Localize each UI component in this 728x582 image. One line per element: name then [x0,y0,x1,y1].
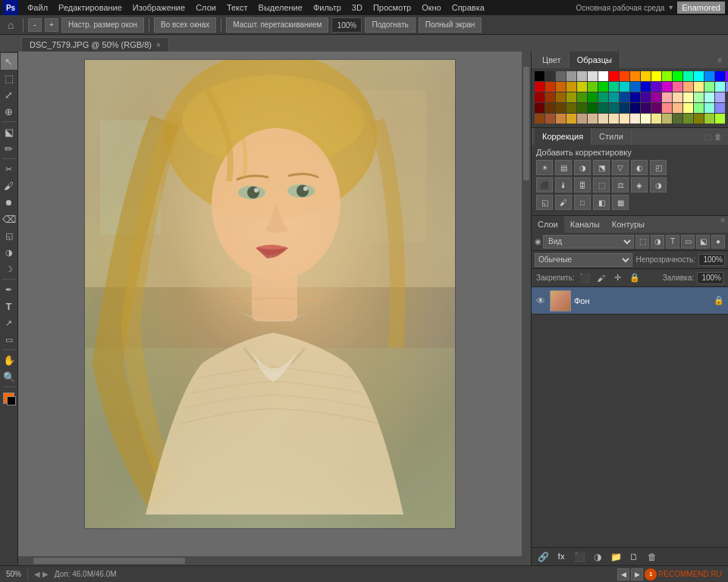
swatch[interactable] [651,103,661,113]
document-canvas[interactable] [84,59,456,529]
delete-layer-btn[interactable]: 🗑 [644,550,661,564]
eraser-tool[interactable]: ⌫ [1,211,17,227]
swatch[interactable] [704,71,714,81]
swatch[interactable] [694,103,704,113]
swatch[interactable] [704,103,714,113]
all-windows-btn[interactable]: Во всех окнах [154,17,216,33]
prev-btn[interactable]: ◀ [617,568,629,580]
channelmix-correction[interactable]: 🎛 [574,177,591,192]
tab-close-btn[interactable]: × [156,41,161,49]
pattern-fill-correction[interactable]: ▦ [612,195,629,210]
rect-shape-tool[interactable]: ▭ [1,331,17,348]
layer-filter-toggle[interactable]: ● [711,235,725,249]
swatch[interactable] [566,103,576,113]
tab-color[interactable]: Цвет [535,52,570,68]
posterize-correction[interactable]: ◈ [631,177,648,192]
swatch[interactable] [598,92,608,102]
menu-help[interactable]: Справка [447,0,489,15]
type-tool[interactable]: T [1,298,17,314]
tab-layers[interactable]: Слои [532,216,564,233]
menu-3d[interactable]: 3D [347,0,367,15]
scrubby-zoom-btn[interactable]: Масшт. перетаскиванием [226,17,328,33]
healing-brush-tool[interactable]: ✂ [1,161,17,177]
brightness-correction[interactable]: ☀ [536,160,553,175]
swatch[interactable] [598,82,608,92]
brush-tool[interactable]: 🖌 [1,177,17,194]
fit-btn[interactable]: Подогнать [365,17,415,33]
swatch[interactable] [630,71,640,81]
layer-link-btn[interactable]: 🔗 [535,550,551,564]
menu-text[interactable]: Текст [222,0,253,15]
stamp-tool[interactable]: ⏺ [1,194,17,211]
swatch[interactable] [673,114,682,124]
corrections-icon2[interactable]: 🗑 [714,133,722,141]
lock-image-btn[interactable]: 🖌 [595,271,608,285]
swatch[interactable] [556,103,566,113]
tab-corrections[interactable]: Коррекция [535,128,592,145]
quick-select-tool[interactable]: ⊕ [1,103,17,120]
swatch-brown[interactable] [535,114,544,124]
zoom-percent[interactable]: 100% [331,17,362,33]
swatch[interactable] [715,92,725,102]
home-icon[interactable]: ⌂ [3,17,18,33]
swatch-blue[interactable] [715,71,725,81]
swatch[interactable] [694,82,704,92]
menu-window[interactable]: Окно [417,0,446,15]
swatch[interactable] [620,103,629,113]
swatch[interactable] [620,92,629,102]
swatch[interactable] [662,114,672,124]
corrections-icon1[interactable]: ⬚ [704,133,711,141]
swatch[interactable] [598,114,608,124]
layer-filter-shape[interactable]: ▭ [681,235,695,249]
swatch[interactable] [556,92,566,102]
tab-swatches[interactable]: Образцы [570,52,620,68]
background-color[interactable] [7,396,16,405]
photofilt-correction[interactable]: 🌡 [555,177,572,192]
layer-fx-btn[interactable]: fx [553,550,570,564]
swatch[interactable] [556,71,566,81]
lock-all-btn[interactable]: 🔒 [628,271,642,285]
swatch[interactable] [630,114,640,124]
swatch[interactable] [577,114,587,124]
crop-tool[interactable]: ⬕ [1,124,17,140]
lock-transparent-btn[interactable]: ⬛ [578,271,592,285]
blend-mode-select[interactable]: Обычные [535,253,632,267]
swatch[interactable] [683,71,693,81]
layer-group-btn[interactable]: 📁 [607,550,624,564]
invert-correction[interactable]: ⚖ [612,177,629,192]
swatch[interactable] [620,82,629,92]
fit-size-btn[interactable]: Настр. размер окон [61,17,144,33]
hsl-correction[interactable]: ◐ [631,160,648,175]
fullscreen-btn[interactable]: Полный экран [419,17,482,33]
swatch[interactable] [566,92,576,102]
levels-correction[interactable]: ▤ [555,160,572,175]
exposure-correction[interactable]: ⬔ [593,160,610,175]
swatch-white[interactable] [598,71,608,81]
next-btn[interactable]: ▶ [631,568,643,580]
tab-channels[interactable]: Каналы [564,216,606,233]
swatch[interactable] [588,82,598,92]
swatch[interactable] [588,103,598,113]
swatch[interactable] [566,114,576,124]
h-scrollbar-thumb[interactable] [33,558,185,564]
swatch-cyan[interactable] [694,71,704,81]
swatch[interactable] [683,92,693,102]
move-tool[interactable]: ↖ [1,53,17,70]
threshold-correction[interactable]: ◑ [650,177,667,192]
menu-image[interactable]: Изображение [128,0,190,15]
menu-layers[interactable]: Слои [191,0,221,15]
swatch[interactable] [535,103,544,113]
selective-correction[interactable]: 🖌 [555,195,572,210]
swatch[interactable] [673,82,682,92]
swatch[interactable] [545,82,555,92]
swatch[interactable] [704,114,714,124]
swatch[interactable] [609,103,619,113]
zoom-out-btn[interactable]: - [28,18,42,32]
swatch[interactable] [588,92,598,102]
swatch[interactable] [715,114,725,124]
swatch[interactable] [609,82,619,92]
swatch[interactable] [715,103,725,113]
status-arrows[interactable]: ◀ ▶ [34,570,49,578]
swatch[interactable] [704,82,714,92]
pen-tool[interactable]: ✒ [1,281,17,298]
